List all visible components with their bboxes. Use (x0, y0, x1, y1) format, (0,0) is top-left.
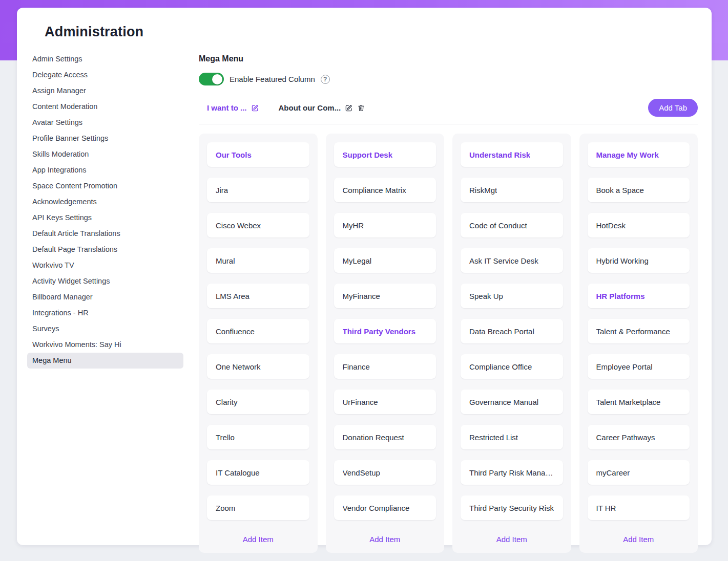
sidebar-item-default-page-translations[interactable]: Default Page Translations (27, 242, 183, 257)
menu-item-myhr[interactable]: MyHR (334, 213, 436, 238)
sidebar-item-workvivo-moments-say-hi[interactable]: Workvivo Moments: Say Hi (27, 337, 183, 353)
menu-item-it-catalogue[interactable]: IT Catalogue (207, 460, 309, 485)
menu-item-label: Donation Request (343, 433, 404, 442)
menu-item-label: RiskMgt (469, 186, 497, 195)
menu-item-label: Third Party Vendors (343, 327, 416, 336)
menu-item-ask-it-service-desk[interactable]: Ask IT Service Desk (461, 248, 563, 273)
menu-item-label: Restricted List (469, 433, 518, 442)
edit-icon[interactable] (345, 104, 353, 112)
sidebar-item-skills-moderation[interactable]: Skills Moderation (27, 146, 183, 162)
menu-item-mural[interactable]: Mural (207, 248, 309, 273)
menu-item-riskmgt[interactable]: RiskMgt (461, 178, 563, 202)
sidebar-item-avatar-settings[interactable]: Avatar Settings (27, 115, 183, 131)
menu-item-jira[interactable]: Jira (207, 178, 309, 202)
add-item-button[interactable]: Add Item (461, 531, 563, 549)
menu-item-label: UrFinance (343, 398, 378, 406)
menu-item-donation-request[interactable]: Donation Request (334, 425, 436, 449)
menu-item-label: Employee Portal (596, 362, 653, 371)
menu-item-one-network[interactable]: One Network (207, 354, 309, 379)
menu-item-third-party-risk-manag[interactable]: Third Party Risk Manag... (461, 460, 563, 485)
menu-item-label: VendSetup (343, 468, 380, 477)
menu-item-it-hr[interactable]: IT HR (588, 495, 690, 520)
menu-item-label: Confluence (216, 327, 255, 336)
menu-header-our-tools[interactable]: Our Tools (207, 142, 309, 167)
menu-item-career-pathways[interactable]: Career Pathways (588, 425, 690, 449)
menu-item-label: Speak Up (469, 292, 503, 300)
menu-item-code-of-conduct[interactable]: Code of Conduct (461, 213, 563, 238)
menu-item-label: Talent Marketplace (596, 398, 661, 406)
menu-item-label: IT Catalogue (216, 468, 260, 477)
sidebar-item-assign-manager[interactable]: Assign Manager (27, 83, 183, 99)
sidebar-item-admin-settings[interactable]: Admin Settings (27, 51, 183, 67)
menu-header-support-desk[interactable]: Support Desk (334, 142, 436, 167)
menu-item-hybrid-working[interactable]: Hybrid Working (588, 248, 690, 273)
mega-menu-columns: Our Tools Jira Cisco Webex Mural LMS Are… (199, 134, 698, 553)
add-item-button[interactable]: Add Item (334, 531, 436, 549)
sidebar-item-api-keys-settings[interactable]: API Keys Settings (27, 210, 183, 226)
menu-item-finance[interactable]: Finance (334, 354, 436, 379)
menu-item-myfinance[interactable]: MyFinance (334, 284, 436, 308)
menu-item-talent-marketplace[interactable]: Talent Marketplace (588, 390, 690, 414)
menu-header-hr-platforms[interactable]: HR Platforms (588, 284, 690, 308)
menu-item-vendor-compliance[interactable]: Vendor Compliance (334, 495, 436, 520)
column-items: Understand Risk RiskMgt Code of Conduct … (461, 142, 563, 531)
enable-featured-column-toggle[interactable] (199, 73, 224, 85)
sidebar-item-workvivo-tv[interactable]: Workvivo TV (27, 257, 183, 273)
menu-item-hotdesk[interactable]: HotDesk (588, 213, 690, 238)
menu-item-label: Mural (216, 256, 235, 265)
tab-about-our-com[interactable]: About our Com... (279, 103, 366, 112)
page-title: Administration (45, 24, 712, 40)
sidebar-item-space-content-promotion[interactable]: Space Content Promotion (27, 178, 183, 194)
menu-item-vendsetup[interactable]: VendSetup (334, 460, 436, 485)
sidebar-item-mega-menu[interactable]: Mega Menu (27, 353, 183, 369)
sidebar-item-activity-widget-settings[interactable]: Activity Widget Settings (27, 273, 183, 289)
menu-item-talent-performance[interactable]: Talent & Performance (588, 319, 690, 343)
menu-item-compliance-matrix[interactable]: Compliance Matrix (334, 178, 436, 202)
menu-item-data-breach-portal[interactable]: Data Breach Portal (461, 319, 563, 343)
menu-item-label: Talent & Performance (596, 327, 670, 336)
sidebar-item-default-article-translations[interactable]: Default Article Translations (27, 226, 183, 242)
section-title: Mega Menu (199, 54, 698, 63)
mega-menu-column-3: Understand Risk RiskMgt Code of Conduct … (452, 134, 571, 553)
menu-item-restricted-list[interactable]: Restricted List (461, 425, 563, 449)
menu-item-label: Jira (216, 186, 228, 195)
sidebar-item-acknowledgements[interactable]: Acknowledgements (27, 194, 183, 210)
menu-header-third-party-vendors[interactable]: Third Party Vendors (334, 319, 436, 343)
add-tab-button[interactable]: Add Tab (648, 99, 698, 117)
menu-item-zoom[interactable]: Zoom (207, 495, 309, 520)
mega-menu-content: Mega Menu Enable Featured Column ? I wan… (199, 51, 698, 553)
menu-item-third-party-security-risk[interactable]: Third Party Security Risk (461, 495, 563, 520)
add-item-button[interactable]: Add Item (207, 531, 309, 549)
menu-item-mycareer[interactable]: myCareer (588, 460, 690, 485)
menu-item-lms-area[interactable]: LMS Area (207, 284, 309, 308)
menu-item-speak-up[interactable]: Speak Up (461, 284, 563, 308)
menu-header-understand-risk[interactable]: Understand Risk (461, 142, 563, 167)
sidebar-item-integrations-hr[interactable]: Integrations - HR (27, 305, 183, 321)
sidebar-item-profile-banner-settings[interactable]: Profile Banner Settings (27, 131, 183, 146)
menu-item-compliance-office[interactable]: Compliance Office (461, 354, 563, 379)
sidebar-item-delegate-access[interactable]: Delegate Access (27, 67, 183, 83)
menu-item-label: Manage My Work (596, 150, 659, 159)
menu-item-governance-manual[interactable]: Governance Manual (461, 390, 563, 414)
menu-item-mylegal[interactable]: MyLegal (334, 248, 436, 273)
menu-item-employee-portal[interactable]: Employee Portal (588, 354, 690, 379)
edit-icon[interactable] (251, 104, 259, 112)
menu-item-book-a-space[interactable]: Book a Space (588, 178, 690, 202)
sidebar-item-surveys[interactable]: Surveys (27, 321, 183, 337)
sidebar-item-billboard-manager[interactable]: Billboard Manager (27, 289, 183, 305)
menu-item-label: Third Party Security Risk (469, 504, 554, 512)
help-icon[interactable]: ? (321, 75, 330, 84)
sidebar-item-app-integrations[interactable]: App Integrations (27, 162, 183, 178)
sidebar-item-content-moderation[interactable]: Content Moderation (27, 99, 183, 115)
menu-item-trello[interactable]: Trello (207, 425, 309, 449)
tab-i-want-to[interactable]: I want to ... (207, 103, 259, 112)
add-item-button[interactable]: Add Item (588, 531, 690, 549)
menu-header-manage-my-work[interactable]: Manage My Work (588, 142, 690, 167)
menu-item-clarity[interactable]: Clarity (207, 390, 309, 414)
trash-icon[interactable] (357, 104, 365, 112)
menu-item-urfinance[interactable]: UrFinance (334, 390, 436, 414)
menu-item-label: MyLegal (343, 256, 372, 265)
menu-item-label: Zoom (216, 504, 235, 512)
menu-item-confluence[interactable]: Confluence (207, 319, 309, 343)
menu-item-cisco-webex[interactable]: Cisco Webex (207, 213, 309, 238)
